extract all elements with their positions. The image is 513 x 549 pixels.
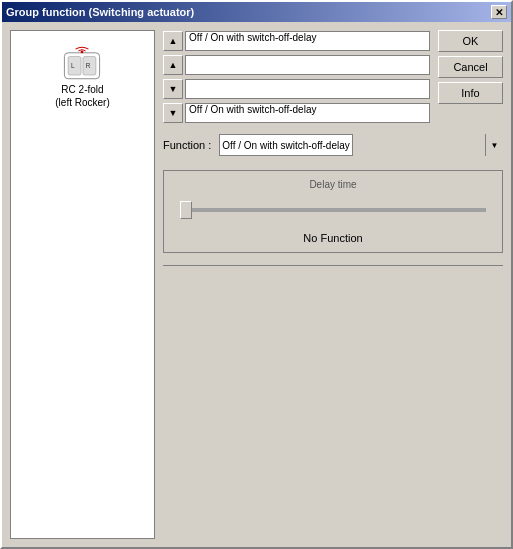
device-label-line1: RC 2-fold <box>55 83 109 96</box>
delay-label: Delay time <box>172 179 494 190</box>
device-icon: L R RC 2-fold (left Rocker) <box>55 43 109 109</box>
info-button[interactable]: Info <box>438 82 503 104</box>
ok-button[interactable]: OK <box>438 30 503 52</box>
control-input-4[interactable]: Off / On with switch-off-delay <box>185 103 430 123</box>
content-area: L R RC 2-fold (left Rocker) <box>2 22 511 547</box>
control-row-3: ▼ <box>163 78 430 100</box>
slider-container <box>172 196 494 224</box>
delay-slider-track[interactable] <box>180 208 486 212</box>
svg-text:L: L <box>71 62 75 69</box>
close-button[interactable]: ✕ <box>491 5 507 19</box>
down-arrow-btn-2[interactable]: ▼ <box>163 103 183 123</box>
control-input-3[interactable] <box>185 79 430 99</box>
control-row-1: ▲ Off / On with switch-off-delay <box>163 30 430 52</box>
main-window: Group function (Switching actuator) ✕ L … <box>0 0 513 549</box>
top-section: ▲ Off / On with switch-off-delay ▲ ▼ <box>163 30 503 124</box>
control-row-2: ▲ <box>163 54 430 76</box>
up-arrow-btn-2[interactable]: ▲ <box>163 55 183 75</box>
select-dropdown-arrow: ▼ <box>485 134 503 156</box>
title-bar: Group function (Switching actuator) ✕ <box>2 2 511 22</box>
cancel-button[interactable]: Cancel <box>438 56 503 78</box>
right-panel: ▲ Off / On with switch-off-delay ▲ ▼ <box>163 30 503 539</box>
left-panel: L R RC 2-fold (left Rocker) <box>10 30 155 539</box>
svg-text:R: R <box>86 62 91 69</box>
function-select[interactable]: Off / On with switch-off-delay On / Off … <box>219 134 353 156</box>
buttons-column: OK Cancel Info <box>438 30 503 124</box>
svg-point-5 <box>81 51 84 54</box>
separator <box>163 265 503 266</box>
device-graphic: L R <box>57 43 107 83</box>
up-arrow-btn-1[interactable]: ▲ <box>163 31 183 51</box>
function-label: Function : <box>163 139 211 151</box>
no-function-label: No Function <box>172 232 494 244</box>
delay-slider-thumb[interactable] <box>180 201 192 219</box>
control-input-1[interactable]: Off / On with switch-off-delay <box>185 31 430 51</box>
window-title: Group function (Switching actuator) <box>6 6 194 18</box>
select-wrapper: Off / On with switch-off-delay On / Off … <box>219 134 503 156</box>
control-row-4: ▼ Off / On with switch-off-delay <box>163 102 430 124</box>
device-label-line2: (left Rocker) <box>55 96 109 109</box>
down-arrow-btn-1[interactable]: ▼ <box>163 79 183 99</box>
delay-section: Delay time No Function <box>163 170 503 253</box>
controls-area: ▲ Off / On with switch-off-delay ▲ ▼ <box>163 30 430 124</box>
control-input-2[interactable] <box>185 55 430 75</box>
device-label: RC 2-fold (left Rocker) <box>55 83 109 109</box>
device-svg: L R <box>57 42 107 84</box>
function-row: Function : Off / On with switch-off-dela… <box>163 134 503 156</box>
